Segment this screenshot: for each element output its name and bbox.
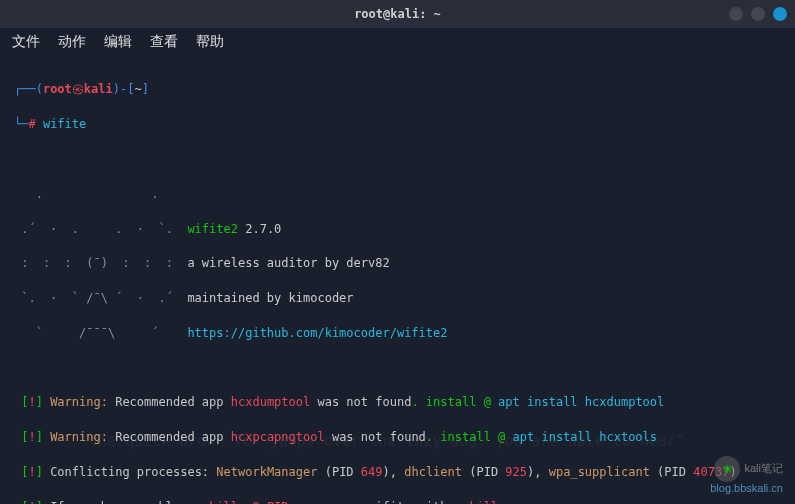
window-controls [729, 7, 787, 21]
ascii-art-5: ` /¯¯¯\ ´ https://github.com/kimocoder/w… [14, 325, 781, 342]
warning-1: [!] Warning: Recommended app hcxdumptool… [14, 394, 781, 411]
ascii-art-1: . . [14, 186, 781, 203]
watermark: ✳kali笔记 blog.bbskali.cn [710, 456, 783, 494]
window-title: root@kali: ~ [354, 7, 441, 21]
project-url: https://github.com/kimocoder/wifite2 [187, 326, 447, 340]
window-titlebar: root@kali: ~ [0, 0, 795, 28]
menu-view[interactable]: 查看 [150, 33, 178, 51]
menu-help[interactable]: 帮助 [196, 33, 224, 51]
terminal-output[interactable]: ┌──(root㉿kali)-[~] └─# wifite . . .´ · .… [0, 56, 795, 504]
close-icon[interactable] [773, 7, 787, 21]
menu-bar: 文件 动作 编辑 查看 帮助 [0, 28, 795, 56]
command-input: wifite [43, 117, 86, 131]
ascii-art-2: .´ · . . · `. wifite2 2.7.0 [14, 221, 781, 238]
menu-edit[interactable]: 编辑 [104, 33, 132, 51]
minimize-icon[interactable] [729, 7, 743, 21]
menu-actions[interactable]: 动作 [58, 33, 86, 51]
prompt-line-1: ┌──(root㉿kali)-[~] [14, 81, 781, 98]
ascii-art-3: : : : (¯) : : : a wireless auditor by de… [14, 255, 781, 272]
problems-line: [!] If you have problems: kill -9 PID or… [14, 499, 781, 504]
wechat-icon: ✳ [714, 456, 740, 482]
conflict-line: [!] Conflicting processes: NetworkManage… [14, 464, 781, 481]
prompt-line-2: └─# wifite [14, 116, 781, 133]
menu-file[interactable]: 文件 [12, 33, 40, 51]
warning-2: [!] Warning: Recommended app hcxpcapngto… [14, 429, 781, 446]
ascii-art-4: `. · ` /¯\ ´ · .´ maintained by kimocode… [14, 290, 781, 307]
maximize-icon[interactable] [751, 7, 765, 21]
